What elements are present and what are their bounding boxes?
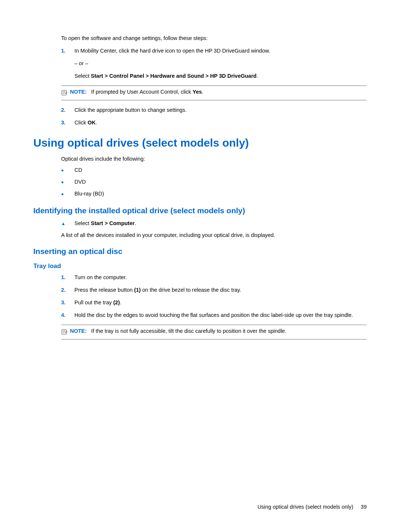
tray-step-4: 4. Hold the disc by the edges to avoid t…	[61, 312, 367, 318]
step-2: 2. Click the appropriate button to chang…	[61, 107, 367, 113]
bullet-dvd: ● DVD	[61, 179, 367, 185]
bullet-cd: ● CD	[61, 167, 367, 174]
note-text: NOTE:If the tray is not fully accessible…	[70, 328, 286, 334]
heading-3-tray-load: Tray load	[33, 262, 367, 270]
step-number: 2.	[61, 107, 74, 113]
or-line: – or –	[74, 60, 367, 66]
heading-2-inserting: Inserting an optical disc	[33, 247, 367, 256]
bold: (2)	[113, 300, 120, 305]
bullet-bluray: ● Blu-ray (BD)	[61, 191, 367, 197]
bullet-text: Blu-ray (BD)	[74, 191, 104, 197]
text: on the drive bezel to release the disc t…	[141, 287, 241, 293]
bullet-text: DVD	[74, 179, 86, 185]
note-label: NOTE:	[70, 328, 87, 334]
page-footer: Using optical drives (select models only…	[257, 504, 367, 510]
bullet-marker: ●	[61, 179, 74, 185]
step-content: Click the appropriate button to change s…	[74, 107, 367, 113]
triangle-step: ▲ Select Start > Computer.	[61, 220, 367, 227]
bold: Yes	[193, 89, 202, 95]
heading-2-identifying: Identifying the installed optical drive …	[33, 206, 367, 215]
text: .	[134, 220, 136, 226]
text: .	[96, 120, 97, 126]
step-content: Turn on the computer.	[74, 274, 367, 280]
intro-paragraph: To open the software and change settings…	[61, 35, 367, 41]
bold-path: Start > Control Panel > Hardware and Sou…	[91, 73, 256, 79]
text: Select	[74, 220, 91, 226]
bullet-text: CD	[74, 167, 82, 174]
text: .	[202, 89, 203, 95]
note-icon	[61, 89, 68, 97]
step-content: Press the release button (1) on the driv…	[74, 287, 367, 293]
step-content: Click OK.	[74, 120, 367, 126]
text: .	[257, 73, 258, 79]
note-icon	[61, 328, 68, 336]
tray-step-2: 2. Press the release button (1) on the d…	[61, 287, 367, 293]
note-callout: NOTE:If prompted by User Account Control…	[61, 86, 367, 100]
text: If the tray is not fully accessible, til…	[91, 328, 286, 334]
page-number: 39	[361, 504, 367, 510]
note-label: NOTE:	[70, 89, 87, 95]
note-text: NOTE:If prompted by User Account Control…	[70, 89, 203, 95]
text: If prompted by User Account Control, cli…	[91, 89, 193, 95]
step-number: 4.	[61, 312, 74, 318]
step-number: 3.	[61, 120, 74, 126]
step-text: In Mobility Center, click the hard drive…	[74, 48, 270, 54]
step-content: Pull out the tray (2).	[74, 300, 367, 305]
step-number: 3.	[61, 300, 74, 305]
bullet-marker: ●	[61, 191, 74, 197]
text: Pull out the tray	[74, 300, 113, 305]
steps-list-1: 1. In Mobility Center, click the hard dr…	[61, 48, 367, 79]
text: .	[120, 300, 121, 305]
tray-steps: 1. Turn on the computer. 2. Press the re…	[61, 274, 367, 318]
footer-text: Using optical drives (select models only…	[257, 504, 353, 510]
tray-step-1: 1. Turn on the computer.	[61, 274, 367, 280]
steps-list-1b: 2. Click the appropriate button to chang…	[61, 107, 367, 126]
step-number: 1.	[61, 48, 74, 54]
step-content: In Mobility Center, click the hard drive…	[74, 48, 367, 79]
select-line: Select Start > Control Panel > Hardware …	[74, 73, 367, 79]
step-number: 1.	[61, 274, 74, 280]
text: Press the release button	[74, 287, 134, 293]
triangle-marker: ▲	[61, 220, 74, 227]
bold: Start > Computer	[91, 220, 134, 226]
step-1: 1. In Mobility Center, click the hard dr…	[61, 48, 367, 79]
text: Select	[74, 73, 91, 79]
bold: OK	[87, 120, 96, 126]
bold: (1)	[134, 287, 141, 293]
bullet-list-optical: ● CD ● DVD ● Blu-ray (BD)	[61, 167, 367, 197]
bullet-marker: ●	[61, 167, 74, 174]
optical-intro: Optical drives include the following:	[61, 156, 367, 162]
step-content: Hold the disc by the edges to avoid touc…	[74, 312, 367, 318]
step-number: 2.	[61, 287, 74, 293]
triangle-content: Select Start > Computer.	[74, 220, 136, 227]
identify-result-text: A list of all the devices installed in y…	[61, 232, 367, 238]
step-3: 3. Click OK.	[61, 120, 367, 126]
heading-1-optical-drives: Using optical drives (select models only…	[33, 137, 367, 149]
note-callout-tray: NOTE:If the tray is not fully accessible…	[61, 325, 367, 339]
text: Click	[74, 120, 87, 126]
tray-step-3: 3. Pull out the tray (2).	[61, 300, 367, 305]
